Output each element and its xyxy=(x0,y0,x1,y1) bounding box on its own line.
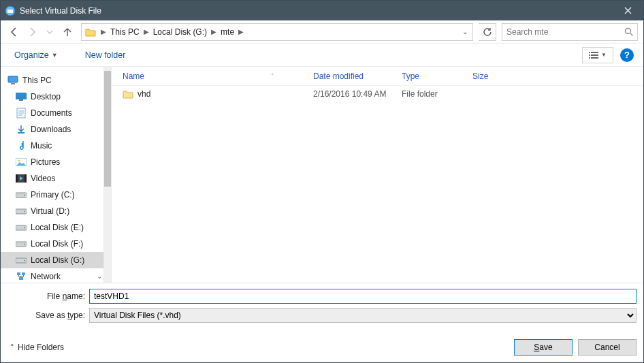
new-folder-button[interactable]: New folder xyxy=(81,48,130,63)
refresh-button[interactable] xyxy=(479,23,496,41)
view-icon xyxy=(589,51,598,59)
svg-rect-30 xyxy=(17,272,20,275)
search-icon[interactable] xyxy=(624,27,633,36)
search-box[interactable] xyxy=(502,23,638,41)
address-bar[interactable]: ▶ This PC ▶ Local Disk (G:) ▶ mte ▶ ⌄ xyxy=(81,23,473,41)
organize-button[interactable]: Organize ▼ xyxy=(10,48,62,63)
breadcrumb-item[interactable]: Local Disk (G:) xyxy=(150,26,210,38)
drive-icon xyxy=(16,206,27,217)
nav-item-label: Local Disk (G:) xyxy=(31,255,84,265)
chevron-down-icon[interactable]: ⌄ xyxy=(97,272,102,280)
chevron-down-icon: ▼ xyxy=(601,52,607,58)
nav-item-label: Local Disk (F:) xyxy=(31,239,83,249)
recent-locations-button[interactable] xyxy=(42,24,58,40)
save-button[interactable]: Save xyxy=(514,339,573,356)
file-name: vhd xyxy=(138,89,150,99)
help-button[interactable]: ? xyxy=(620,48,634,62)
nav-item[interactable]: Downloads xyxy=(1,121,103,138)
nav-item[interactable]: Desktop xyxy=(1,89,103,105)
svg-rect-31 xyxy=(22,272,25,275)
nav-item-label: Local Disk (E:) xyxy=(31,223,84,232)
chevron-down-icon: ▼ xyxy=(52,52,58,59)
chevron-up-icon: ˄ xyxy=(10,343,14,352)
nav-item[interactable]: Local Disk (E:) xyxy=(1,219,103,236)
file-list-pane: Name ˄ Date modified Type Size vhd2/16/2… xyxy=(112,67,643,283)
file-row[interactable]: vhd2/16/2016 10:49 AMFile folder xyxy=(112,86,643,102)
svg-rect-1 xyxy=(7,10,13,13)
svg-rect-18 xyxy=(16,174,18,183)
svg-rect-4 xyxy=(591,52,598,53)
drive-icon xyxy=(16,238,27,249)
doc-icon xyxy=(16,108,27,119)
saveastype-label: Save as type: xyxy=(7,311,89,320)
network-icon xyxy=(16,271,27,282)
nav-item[interactable]: Pictures xyxy=(1,154,103,170)
breadcrumb-item[interactable]: mte xyxy=(218,26,237,38)
nav-item[interactable]: Virtual (D:) xyxy=(1,203,103,219)
svg-point-21 xyxy=(24,195,25,196)
column-header-size[interactable]: Size xyxy=(467,69,528,84)
svg-point-23 xyxy=(24,211,25,212)
organize-label: Organize xyxy=(14,50,49,60)
file-type: File folder xyxy=(396,89,467,99)
search-input[interactable] xyxy=(506,27,624,37)
new-folder-label: New folder xyxy=(85,50,126,60)
chevron-right-icon[interactable]: ▶ xyxy=(99,28,108,35)
nav-item-label: Desktop xyxy=(31,92,61,101)
nav-item[interactable]: Network xyxy=(1,268,103,283)
navigation-bar: ▶ This PC ▶ Local Disk (G:) ▶ mte ▶ ⌄ xyxy=(1,20,643,44)
back-button[interactable] xyxy=(6,24,22,40)
column-header-date[interactable]: Date modified xyxy=(308,69,396,84)
filename-row: File name: xyxy=(7,289,637,304)
nav-root-label: This PC xyxy=(22,76,52,85)
chevron-right-icon[interactable]: ▶ xyxy=(142,28,150,35)
breadcrumb-item[interactable]: This PC xyxy=(108,26,142,38)
svg-rect-6 xyxy=(591,54,598,56)
drive-icon xyxy=(16,222,27,233)
computer-icon xyxy=(7,75,18,86)
svg-rect-3 xyxy=(589,52,590,53)
saveastype-select[interactable]: Virtual Disk Files (*.vhd) xyxy=(89,308,637,323)
nav-item[interactable]: Music xyxy=(1,138,103,154)
nav-scrollbar[interactable] xyxy=(104,67,112,283)
cancel-button[interactable]: Cancel xyxy=(578,339,637,356)
address-dropdown-icon[interactable]: ⌄ xyxy=(459,28,471,35)
nav-root-this-pc[interactable]: This PC xyxy=(1,72,103,89)
hide-folders-button[interactable]: ˄ Hide Folders xyxy=(7,343,64,352)
saveastype-row: Save as type: Virtual Disk Files (*.vhd) xyxy=(7,308,637,323)
navigation-tree[interactable]: This PC DesktopDocumentsDownloadsMusicPi… xyxy=(1,67,104,283)
up-button[interactable] xyxy=(59,24,76,40)
nav-item-label: Virtual (D:) xyxy=(31,206,69,216)
nav-item-label: Network xyxy=(31,272,61,281)
nav-item-label: Downloads xyxy=(31,125,71,134)
nav-item-label: Primary (C:) xyxy=(31,190,75,200)
app-icon xyxy=(5,5,16,16)
svg-rect-12 xyxy=(19,99,23,101)
dialog-footer: File name: Save as type: Virtual Disk Fi… xyxy=(1,283,643,362)
scrollbar-thumb[interactable] xyxy=(104,71,111,187)
nav-item-label: Documents xyxy=(31,108,72,118)
filename-label: File name: xyxy=(7,291,89,301)
video-icon xyxy=(16,173,27,184)
chevron-right-icon[interactable]: ▶ xyxy=(237,28,245,35)
picture-icon xyxy=(16,157,27,168)
column-header-type[interactable]: Type xyxy=(396,69,467,84)
nav-item-label: Pictures xyxy=(31,157,60,167)
close-button[interactable] xyxy=(613,1,643,20)
svg-rect-19 xyxy=(25,174,27,183)
chevron-right-icon[interactable]: ▶ xyxy=(210,28,218,35)
svg-rect-8 xyxy=(591,57,598,59)
forward-button[interactable] xyxy=(24,24,40,40)
svg-point-2 xyxy=(626,29,631,34)
nav-item[interactable]: Primary (C:) xyxy=(1,187,103,203)
svg-rect-11 xyxy=(16,93,27,99)
nav-item[interactable]: Documents xyxy=(1,105,103,121)
dialog-body: This PC DesktopDocumentsDownloadsMusicPi… xyxy=(1,67,643,283)
view-options-button[interactable]: ▼ xyxy=(582,47,613,63)
nav-item[interactable]: Local Disk (F:) xyxy=(1,236,103,252)
toolbar: Organize ▼ New folder ▼ ? xyxy=(1,44,643,67)
nav-item[interactable]: Videos xyxy=(1,170,103,187)
nav-item[interactable]: Local Disk (G:) xyxy=(1,252,103,268)
column-header-name[interactable]: Name ˄ xyxy=(117,69,308,84)
filename-input[interactable] xyxy=(89,289,637,304)
